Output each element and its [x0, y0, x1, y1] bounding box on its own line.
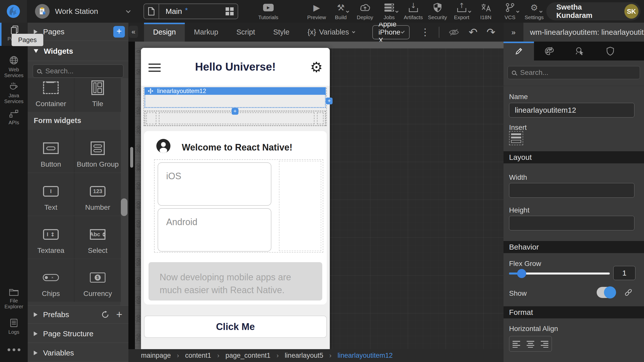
slider-thumb[interactable]: [517, 269, 526, 278]
user-menu[interactable]: Swetha Kundaram SK: [546, 2, 640, 20]
i18n-button[interactable]: I18N: [474, 2, 498, 20]
tab-markup[interactable]: Markup: [185, 23, 227, 42]
hide-preview-icon[interactable]: [448, 28, 459, 37]
breadcrumb-item[interactable]: page_content1: [226, 352, 271, 359]
platform-layout[interactable]: iOS Android: [154, 159, 323, 253]
tab-inspect[interactable]: [564, 42, 595, 61]
rail-item-apis[interactable]: APIs: [0, 109, 28, 126]
coffee-icon: [9, 81, 19, 91]
open-page-tab[interactable]: Main *: [144, 4, 238, 19]
device-selector[interactable]: Apple iPhone X: [372, 25, 410, 39]
user-avatar-icon[interactable]: [156, 139, 171, 153]
add-widget-center-button[interactable]: +: [232, 108, 238, 115]
widget-textarea[interactable]: I↕ Textarea: [28, 216, 74, 259]
message-box[interactable]: Now developing mobile apps are much easi…: [149, 262, 322, 300]
height-field[interactable]: [509, 216, 634, 230]
collapse-panel-button[interactable]: «: [129, 26, 138, 38]
widget-container[interactable]: Container: [28, 78, 74, 112]
breadcrumb-item[interactable]: content1: [185, 352, 211, 359]
widget-chips[interactable]: × Chips: [28, 259, 74, 302]
wavemaker-logo[interactable]: [0, 0, 27, 23]
widgets-scrollbar-thumb[interactable]: [121, 198, 127, 216]
empty-layout-column[interactable]: [279, 161, 321, 251]
preview-button[interactable]: ▶ Preview: [305, 2, 329, 20]
layout-item-placeholder[interactable]: [146, 112, 156, 124]
rail-item-logs[interactable]: Logs: [0, 318, 28, 335]
add-widget-right-button[interactable]: +: [326, 98, 333, 104]
welcome-label[interactable]: Welcome to React Native!: [182, 142, 292, 153]
ios-box[interactable]: iOS: [158, 162, 271, 206]
add-prefab-button[interactable]: +: [116, 311, 122, 318]
breadcrumb-item[interactable]: linearlayout5: [285, 352, 323, 359]
format-section-header[interactable]: Format: [504, 306, 644, 318]
selected-linearlayoutitem[interactable]: [145, 95, 326, 108]
canvas-scrollbar-thumb[interactable]: [130, 147, 133, 168]
widget-button[interactable]: Button: [28, 130, 74, 172]
widgets-scrollbar[interactable]: [120, 78, 128, 322]
rail-item-file-explorer[interactable]: File Explorer: [0, 288, 28, 310]
rail-item-web-services[interactable]: Web Services: [0, 55, 28, 78]
tab-style[interactable]: Style: [264, 23, 298, 42]
click-me-button[interactable]: Click Me: [144, 316, 327, 338]
flow-icon: [9, 109, 19, 118]
project-selector[interactable]: Work Station: [35, 4, 132, 19]
collapse-properties-button[interactable]: »: [504, 23, 523, 42]
mobile-navbar[interactable]: Hello Universe! ⚙: [141, 48, 330, 86]
more-options-icon[interactable]: ⋮: [420, 29, 430, 35]
breadcrumb-item-active[interactable]: linearlayoutitem12: [338, 352, 393, 359]
align-right-button[interactable]: [538, 336, 552, 351]
selected-widget-bar[interactable]: linearlayoutitem12: [145, 87, 326, 95]
layout-item-placeholder[interactable]: [317, 112, 324, 124]
linearlayout5-region[interactable]: linearlayoutitem12 + +: [144, 88, 327, 126]
settings-button[interactable]: ⚙ Settings: [522, 2, 546, 20]
android-box[interactable]: Android: [158, 208, 271, 252]
mobile-settings-gear-icon[interactable]: ⚙: [310, 59, 323, 75]
tab-properties[interactable]: [504, 42, 534, 61]
tutorials-button[interactable]: ▶ Tutorials: [256, 2, 280, 20]
artifacts-button[interactable]: ↓ Artifacts: [401, 2, 425, 20]
width-field[interactable]: [509, 183, 634, 198]
properties-search-input[interactable]: [520, 69, 636, 77]
page-grid-icon[interactable]: [226, 7, 234, 15]
tab-design[interactable]: Design: [144, 23, 185, 42]
prefabs-section-header[interactable]: Prefabs +: [28, 306, 128, 324]
horizontal-align-group: [509, 336, 552, 352]
layout-section-header[interactable]: Layout: [504, 151, 644, 163]
flex-grow-slider[interactable]: [509, 273, 610, 275]
add-page-button[interactable]: +: [113, 26, 125, 38]
redo-icon[interactable]: ↷: [487, 26, 495, 38]
widget-tile[interactable]: Tile: [75, 78, 121, 112]
align-center-button[interactable]: [523, 336, 538, 351]
widget-select[interactable]: Abc Select: [75, 216, 121, 259]
insert-widget-button[interactable]: [509, 131, 523, 145]
mobile-page-title[interactable]: Hello Universe!: [141, 61, 330, 73]
breadcrumb-item[interactable]: mainpage: [141, 352, 171, 359]
tab-styles[interactable]: [534, 42, 564, 61]
align-left-button[interactable]: [509, 336, 523, 351]
vcs-button[interactable]: VCS: [498, 2, 522, 20]
deploy-button[interactable]: Deploy: [353, 2, 377, 20]
bind-link-icon[interactable]: [624, 288, 633, 297]
export-button[interactable]: ↑ Export: [450, 2, 474, 20]
page-structure-section-header[interactable]: Page Structure: [28, 325, 128, 343]
widget-number[interactable]: 123 Number: [75, 173, 121, 216]
undo-icon[interactable]: ↶: [469, 26, 477, 38]
behavior-section-header[interactable]: Behavior: [504, 241, 644, 253]
refresh-icon[interactable]: [101, 310, 110, 319]
name-field[interactable]: [509, 103, 634, 117]
tab-variables[interactable]: {x} Variables: [299, 23, 364, 42]
build-button[interactable]: ⚒ Build: [329, 2, 353, 20]
variables-section-header[interactable]: Variables: [28, 344, 128, 362]
rail-more-button[interactable]: [0, 348, 28, 351]
tab-script[interactable]: Script: [227, 23, 264, 42]
upload-tray-icon: ↑: [457, 2, 467, 13]
show-toggle[interactable]: [597, 287, 615, 298]
widgets-search-input[interactable]: [45, 67, 119, 75]
widget-currency[interactable]: $ Currency: [75, 259, 121, 302]
rail-item-java-services[interactable]: Java Services: [0, 81, 28, 104]
jobs-button[interactable]: Jobs: [377, 2, 401, 20]
security-button[interactable]: Security: [425, 2, 450, 20]
widget-button-group[interactable]: Button Group: [75, 130, 121, 172]
widget-text[interactable]: I Text: [28, 173, 74, 216]
tab-security[interactable]: [595, 42, 625, 61]
